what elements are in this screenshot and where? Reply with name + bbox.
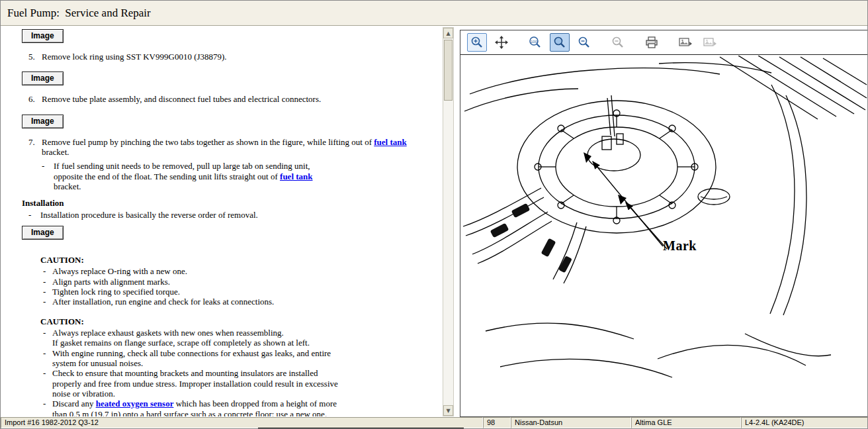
step-7-sub: - If fuel sending unit needs to be remov… [42, 161, 439, 191]
caution-text: After installation, run engine and check… [52, 297, 274, 307]
bullet-dash: - [43, 277, 52, 287]
bullet-dash: - [43, 266, 52, 276]
page-title: Fuel Pump: Service and Repair [1, 1, 868, 20]
caution-text: Tighten lock ring to specified torque. [52, 287, 180, 297]
app-window: Fuel Pump: Service and Repair Image 5. R… [0, 0, 868, 429]
bullet-dash: - [42, 161, 54, 191]
step-text: Remove fuel pump by pinching the two tab… [42, 137, 431, 158]
heated-oxygen-sensor-link[interactable]: heated oxygen sensor [96, 399, 174, 408]
fuel-tank-link[interactable]: fuel tank [374, 137, 406, 147]
status-vehicle-engine: L4-2.4L (KA24DE) [741, 417, 868, 428]
status-vehicle-model: Altima GLE [631, 417, 741, 428]
document-panel: Image 5. Remove lock ring using SST KV99… [2, 27, 441, 416]
step-5: 5. Remove lock ring using SST KV999G0010… [28, 52, 439, 62]
step-text-part: Remove fuel pump by pinching the two tab… [42, 137, 374, 147]
zoom-out-disabled-icon [608, 33, 628, 52]
caution-block-1: CAUTION: - Always replace O-ring with a … [40, 255, 439, 307]
caution-text: Align parts with alignment marks. [52, 277, 170, 287]
caution-item: - Check to ensure that mounting brackets… [43, 368, 439, 399]
step-7: 7. Remove fuel pump by pinching the two … [28, 137, 439, 158]
bullet-dash: - [43, 348, 52, 369]
zoom-100-icon[interactable]: 100 [525, 33, 545, 52]
step-6: 6. Remove tube plate assembly, and disco… [28, 94, 439, 104]
step-number: 7. [28, 137, 38, 158]
status-bar: Import #16 1982-2012 Q3-12 98 Nissan-Dat… [1, 417, 868, 428]
step-text: Remove tube plate assembly, and disconne… [42, 94, 321, 104]
scroll-down-button[interactable]: ▼ [443, 405, 453, 416]
caution-item: - Always replace O-ring with a new one. [43, 266, 439, 276]
viewer-toolbar: 100 [460, 30, 867, 55]
status-vehicle-make: Nissan-Datsun [511, 417, 631, 428]
caution-text: With engine running, check all tube conn… [52, 348, 339, 369]
caution-heading: CAUTION: [40, 255, 439, 265]
scroll-thumb[interactable] [444, 40, 453, 101]
caution-text: Always replace O-ring with a new one. [52, 266, 187, 276]
svg-text:100: 100 [531, 40, 538, 44]
scroll-up-button[interactable]: ▲ [443, 28, 453, 38]
title-bar: Fuel Pump: Service and Repair [1, 1, 868, 26]
caution-text: Discard any heated oxygen sensor which h… [52, 399, 339, 416]
mark-annotation: Mark [663, 238, 697, 254]
image-button-2[interactable]: Image [22, 72, 64, 85]
image-viewer-panel: 100 [460, 30, 868, 417]
image-button-3[interactable]: Image [22, 115, 64, 128]
caution-block-2: CAUTION: - Always replace exhaust gasket… [40, 316, 439, 416]
step-text-part: bracket. [42, 147, 69, 157]
status-page-number: 98 [483, 417, 511, 428]
step-text: Remove lock ring using SST KV999G0010 (J… [42, 52, 227, 62]
zoom-in-icon[interactable] [467, 33, 487, 52]
step-number: 6. [28, 94, 38, 104]
installation-text: Installation procedure is basically the … [40, 210, 258, 220]
substep-text: If fuel sending unit needs to be removed… [54, 161, 324, 191]
bullet-dash: - [43, 328, 52, 338]
substep-text-part: If fuel sending unit needs to be removed… [54, 161, 310, 181]
bullet-dash: - [43, 287, 52, 297]
status-import-info: Import #16 1982-2012 Q3-12 [1, 417, 483, 428]
image-copy-icon[interactable] [675, 33, 695, 52]
image-button-4[interactable]: Image [22, 226, 64, 240]
caution-text-part: Discard any [52, 399, 96, 408]
print-icon[interactable] [642, 33, 662, 52]
caution-item: - With engine running, check all tube co… [43, 348, 439, 369]
caution-item: - Align parts with alignment marks. [43, 277, 439, 287]
document-scrollbar[interactable]: ▲ ▼ [443, 27, 454, 416]
installation-heading: Installation [22, 198, 439, 208]
bullet-dash: - [43, 368, 52, 399]
caution-text-continued: If gasket remains on flange surface, scr… [52, 338, 339, 348]
caution-item: - Tighten lock ring to specified torque. [43, 287, 439, 297]
zoom-out-icon[interactable] [574, 33, 594, 52]
caution-text: Always replace exhaust gaskets with new … [52, 328, 284, 338]
pan-icon[interactable] [492, 33, 511, 52]
bullet-dash: - [43, 399, 52, 416]
bullet-dash: - [43, 297, 52, 307]
caution-item: - Discard any heated oxygen sensor which… [43, 399, 439, 416]
substep-text-part: bracket. [54, 181, 81, 191]
image-export-icon [700, 33, 720, 52]
fuel-pump-diagram: Mark [460, 56, 867, 416]
fuel-tank-link-2[interactable]: fuel tank [280, 171, 312, 181]
installation-item: - Installation procedure is basically th… [28, 210, 439, 220]
caution-item: - Always replace exhaust gaskets with ne… [43, 328, 439, 338]
caution-text: Check to ensure that mounting brackets a… [52, 368, 339, 399]
zoom-fit-icon[interactable] [550, 33, 570, 52]
image-button-1[interactable]: Image [22, 29, 64, 43]
caution-item: - After installation, run engine and che… [43, 297, 439, 307]
bullet-dash: - [28, 210, 40, 220]
caution-heading: CAUTION: [40, 316, 439, 326]
step-number: 5. [28, 52, 38, 62]
